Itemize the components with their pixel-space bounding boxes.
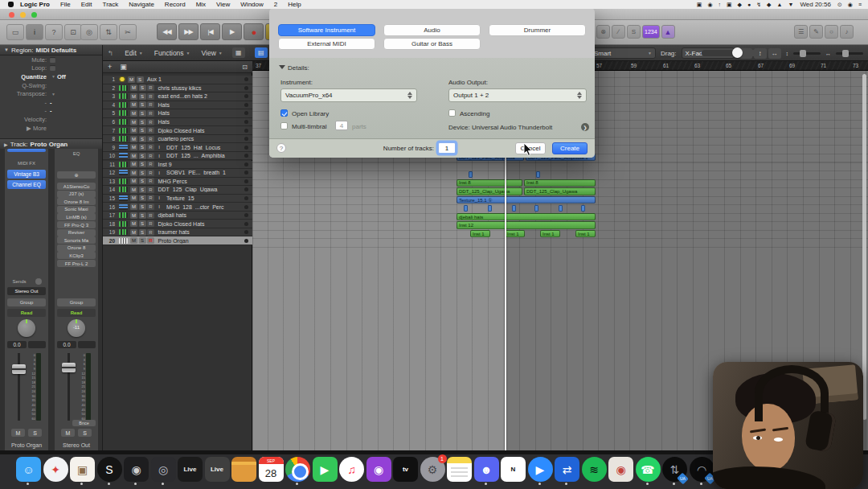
inspector-row-value[interactable]: - (50, 107, 52, 114)
track-on-indicator[interactable] (244, 103, 248, 107)
track-row-20[interactable]: 20MSRProto Organ (103, 236, 252, 245)
add-track-button[interactable]: + (108, 63, 112, 71)
midi-note-region[interactable] (469, 171, 473, 178)
tab-external-midi[interactable]: External MIDI (278, 38, 375, 50)
midi-note-region[interactable] (534, 205, 538, 212)
fader-thumb[interactable] (12, 364, 26, 374)
track-on-indicator[interactable] (244, 230, 248, 234)
mute-button[interactable]: M (130, 178, 137, 184)
solo-button[interactable]: S (139, 212, 146, 219)
input-monitor-button[interactable]: I (156, 153, 163, 159)
siri-icon[interactable]: ◉ (848, 2, 853, 7)
obs-icon[interactable]: ◉ (707, 2, 712, 7)
dock-item-safari[interactable]: ✦ (43, 457, 68, 482)
track-inspector-header[interactable]: ▶ Track: Proto Organ (0, 138, 102, 149)
group-slot[interactable]: Group (57, 298, 96, 306)
menu-item-2[interactable]: 2 (274, 1, 277, 8)
track-name[interactable]: DDT_125_Clap_Ugawa (156, 187, 245, 192)
mute-button[interactable]: M (130, 84, 137, 91)
dock-item-notes[interactable] (447, 457, 472, 482)
minimize-window-button[interactable] (20, 12, 26, 18)
metronome-button[interactable]: ▲ (661, 25, 675, 39)
track-row-10[interactable]: 10MSRIDDT_125_..._Amphibia (103, 152, 252, 161)
disclosure-triangle-icon[interactable]: ▶ (4, 142, 8, 147)
mute-button[interactable]: M (130, 119, 137, 125)
solo-button[interactable]: S (139, 187, 146, 193)
parts-field[interactable]: 4 (335, 121, 348, 130)
track-row-13[interactable]: 13MSRMHG Percs (103, 178, 252, 187)
tracks-view-icon[interactable]: ▤ (255, 47, 268, 58)
record-enable-button[interactable]: R (147, 178, 154, 184)
ascending-checkbox[interactable] (448, 109, 456, 117)
midi-note-region[interactable] (488, 205, 492, 212)
menu-item-record[interactable]: Record (165, 1, 186, 8)
plugin-slot-a1stereoco[interactable]: A1StereoCo (57, 183, 96, 190)
dock-item-chrome[interactable] (285, 457, 310, 482)
tab-audio[interactable]: Audio (383, 24, 481, 36)
mute-button[interactable]: M (130, 161, 137, 167)
send-knob[interactable] (35, 278, 42, 285)
volume-fader[interactable]: 03691215182124303540455060 (55, 353, 98, 421)
track-row-17[interactable]: 17MSRdjebali hats (103, 212, 252, 220)
track-name[interactable]: djebali hats (156, 212, 245, 218)
dock-item-console-app[interactable]: ◎ (151, 457, 176, 482)
track-on-indicator[interactable] (244, 205, 248, 209)
region-djebali-hats[interactable]: djebali hats (457, 213, 596, 221)
record-enable-button[interactable]: R (147, 212, 154, 219)
forward-button[interactable]: ▶▶ (178, 23, 199, 40)
mute-button[interactable]: M (130, 203, 137, 210)
dock-item-system-preferences[interactable]: ⚙1 (420, 457, 445, 482)
spotlight-icon[interactable]: ⊙ (837, 2, 842, 7)
mute-button[interactable]: M (130, 153, 137, 159)
close-window-button[interactable] (9, 12, 14, 18)
plugin-slot-j37-s[interactable]: J37 (s) (57, 191, 96, 198)
track-row-1[interactable]: 1MSAux 1 (103, 76, 252, 84)
midi-note-region[interactable] (512, 205, 516, 212)
track-row-16[interactable]: 16MSRIMHG_128_...ctor_Perc (103, 203, 252, 212)
eq-thumbnail[interactable]: EQ (57, 150, 96, 157)
go-to-beginning-button[interactable]: |◀ (200, 23, 220, 40)
vertical-scrollbar[interactable] (862, 74, 866, 420)
note-pads-icon[interactable]: ✎ (809, 25, 823, 39)
track-on-indicator[interactable] (244, 179, 248, 183)
solo-button[interactable]: S (139, 178, 146, 184)
plugin-slot-ozone-8[interactable]: Ozone 8 (57, 244, 96, 252)
inspector-row-q-swing[interactable]: Q-Swing: (0, 81, 102, 90)
audio-output-dropdown[interactable]: Output 1 + 2 (448, 88, 587, 102)
solo-button[interactable]: S (139, 93, 146, 100)
apple-loops-icon[interactable]: ○ (825, 25, 838, 39)
menu-item-help[interactable]: Help (288, 1, 301, 8)
menu-item-edit[interactable]: Edit (81, 1, 92, 8)
quick-help-icon[interactable]: ? (45, 24, 63, 40)
region-inst-1[interactable]: Inst 1 (505, 230, 525, 238)
track-on-indicator[interactable] (244, 187, 248, 191)
smart-controls-icon[interactable]: ◎ (80, 24, 98, 40)
track-row-12[interactable]: 12MSRISOBV1_PE..._breath_1 (103, 169, 252, 178)
inspector-row-value[interactable]: Off (57, 73, 66, 80)
mute-button[interactable]: M (11, 429, 25, 437)
track-on-indicator[interactable] (244, 154, 248, 158)
checkbox[interactable] (50, 65, 55, 71)
record-enable-button[interactable]: R (147, 136, 154, 142)
input-monitor-button[interactable]: I (156, 195, 163, 201)
browsers-icon[interactable]: ♪ (840, 25, 854, 39)
plugin-slot-kclip3[interactable]: KClip3 (57, 252, 96, 259)
multi-timbral-checkbox[interactable] (280, 122, 288, 129)
solo-button[interactable]: S (139, 101, 146, 108)
dock-item-jar-app[interactable] (231, 457, 256, 482)
solo-button[interactable]: S (139, 237, 146, 244)
vertical-zoom-slider[interactable] (793, 52, 821, 55)
track-row-7[interactable]: 7MSRDjoko Closed Hats (103, 126, 252, 135)
dock-item-teamviewer[interactable]: ⇄ (555, 457, 579, 482)
track-row-18[interactable]: 18MSRDjoko Closed Hats (103, 220, 252, 228)
record-enable-button[interactable]: R (147, 101, 154, 108)
track-name[interactable]: Hats (156, 119, 245, 125)
toolbar-toggle-icon[interactable]: ⊡ (64, 24, 82, 40)
mute-button[interactable]: M (128, 76, 135, 83)
menu-item-view[interactable]: View (216, 1, 230, 8)
grid-view-icon[interactable]: ▦ (232, 47, 245, 58)
menu-item-logic-pro[interactable]: Logic Pro (20, 1, 50, 8)
menu-item-window[interactable]: Window (240, 1, 263, 8)
record-enable-button[interactable]: R (147, 237, 154, 244)
solo-button[interactable]: S (139, 170, 146, 176)
